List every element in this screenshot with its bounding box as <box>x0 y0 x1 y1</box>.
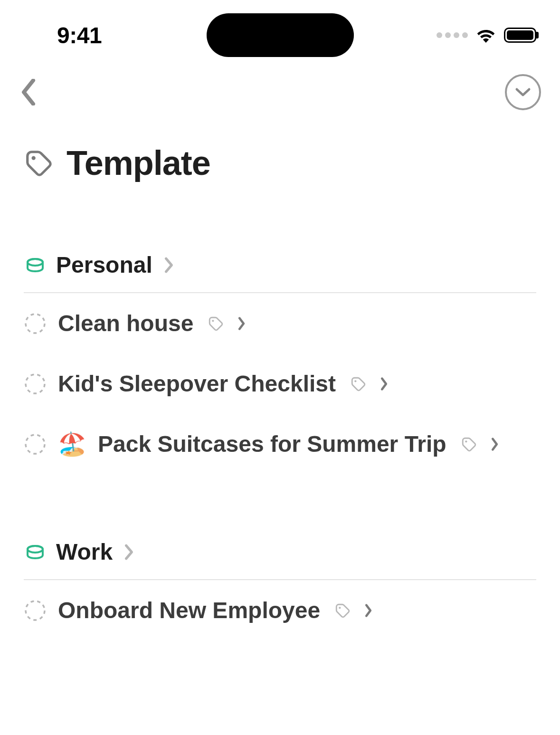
page-title: Template <box>66 143 210 182</box>
chevron-down-icon <box>514 86 532 98</box>
status-time: 9:41 <box>57 22 102 48</box>
chevron-right-icon <box>237 316 247 331</box>
tag-icon <box>334 602 351 619</box>
cellular-icon <box>437 32 468 38</box>
chevron-right-icon <box>124 544 134 561</box>
task-row[interactable]: Onboard New Employee <box>24 580 536 640</box>
collapse-button[interactable] <box>505 74 541 110</box>
page-title-row: Template <box>0 115 560 192</box>
battery-icon <box>504 28 536 43</box>
chevron-right-icon <box>380 376 389 391</box>
tag-icon <box>350 376 366 392</box>
dynamic-island <box>207 13 354 57</box>
task-emoji: 🏖️ <box>58 433 86 456</box>
chevron-right-icon <box>364 603 373 618</box>
task-title: Onboard New Employee <box>58 597 320 623</box>
nav-bar <box>0 57 560 115</box>
tag-icon <box>208 315 224 332</box>
svg-point-0 <box>32 156 36 160</box>
chevron-right-icon <box>164 257 174 274</box>
svg-point-10 <box>339 607 341 609</box>
task-title: Clean house <box>58 310 193 336</box>
tag-icon <box>24 148 53 178</box>
status-bar: 9:41 <box>0 0 560 57</box>
section-header-personal[interactable]: Personal <box>24 235 536 293</box>
task-row[interactable]: 🏖️ Pack Suitcases for Summer Trip <box>24 414 536 474</box>
svg-point-9 <box>26 601 45 620</box>
task-checkbox[interactable] <box>24 312 47 335</box>
svg-point-3 <box>212 320 214 322</box>
section-title: Work <box>56 539 113 565</box>
svg-point-5 <box>354 380 356 382</box>
svg-point-7 <box>465 440 467 442</box>
task-title: Kid's Sleepover Checklist <box>58 371 336 397</box>
svg-point-6 <box>26 435 45 454</box>
chevron-right-icon <box>490 437 500 452</box>
task-row[interactable]: Clean house <box>24 293 536 353</box>
task-row[interactable]: Kid's Sleepover Checklist <box>24 353 536 414</box>
area-icon <box>24 254 47 277</box>
svg-point-2 <box>26 314 45 333</box>
task-checkbox[interactable] <box>24 372 47 395</box>
task-title: Pack Suitcases for Summer Trip <box>98 431 446 457</box>
svg-point-1 <box>28 259 43 266</box>
section-title: Personal <box>56 252 152 278</box>
tag-icon <box>461 436 477 452</box>
status-icons <box>437 28 536 43</box>
area-icon <box>24 541 47 563</box>
task-checkbox[interactable] <box>24 599 47 622</box>
section-header-work[interactable]: Work <box>24 522 536 580</box>
svg-point-4 <box>26 374 45 393</box>
content: Personal Clean house <box>0 192 560 640</box>
back-button[interactable] <box>14 78 43 106</box>
svg-point-8 <box>28 546 43 553</box>
task-checkbox[interactable] <box>24 433 47 456</box>
wifi-icon <box>475 28 496 43</box>
